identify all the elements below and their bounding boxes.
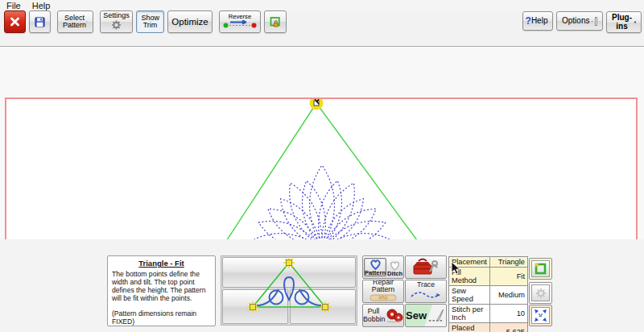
pattern-mode[interactable]: Pattern [364,258,386,277]
save-button[interactable] [29,10,51,33]
trace-button[interactable]: Trace [405,280,447,303]
info-title: Triangle - Fit [112,259,211,268]
toolbar-right: ? Help Options Plug-ins [522,11,642,33]
trace-arrow-icon [410,289,442,300]
fill-method-value[interactable]: Fit [490,268,528,286]
options-empty-box-icon [595,17,597,26]
plugins-label: Plug-ins [612,14,632,31]
lock-icon [270,15,281,30]
plugins-button[interactable]: Plug-ins [606,11,642,33]
trace-label: Trace [410,281,442,288]
toolbar: Select Pattern Settings Show Trim [4,10,287,33]
bottom-panel: Triangle - Fit The bottom points define … [0,239,644,332]
placement-label: Placement [449,257,490,268]
select-pattern-label: Select Pattern [63,15,86,30]
sew-speed-value[interactable]: Medium [490,286,528,305]
toolbox-icon [412,258,440,277]
repair-pattern-label: Repair Pattern [365,280,401,293]
table-row: Sew Speed Medium [449,286,528,305]
preview-handles [247,257,331,313]
table-row: Stitch per Inch 10 [449,305,528,323]
pattern-settings-table: Placement Triangle Fill Method Fit Sew S… [448,256,528,332]
placement-value[interactable]: Triangle [490,257,528,268]
help-label: Help [531,17,548,26]
ditch-label: Ditch [387,271,402,277]
optimize-button[interactable]: Optimize [167,10,213,33]
ditch-mode[interactable]: Ditch [387,260,402,277]
toolbox-button[interactable] [405,255,447,279]
resize-pattern-button[interactable] [529,305,552,326]
sew-label: Sew [406,310,427,322]
sew-speed-label: Sew Speed [449,286,490,305]
reverse-button[interactable]: Reverse [219,10,261,33]
reverse-direction-icon [222,20,258,28]
repair-pattern-button[interactable]: Repair Pattern [362,280,404,303]
close-button[interactable] [4,10,26,33]
reverse-label: Reverse [222,14,258,20]
save-floppy-icon [35,15,45,29]
preview-diagram [221,256,357,325]
stitch-per-inch-label: Stitch per Inch [449,305,490,323]
bobbin-icon [386,308,403,324]
table-row: Fill Method Fit [449,268,528,286]
quilting-app-window: File Help Select Pattern [0,0,644,332]
close-icon [10,15,20,28]
placement-info-box: Triangle - Fit The bottom points define … [107,255,216,326]
settings-gear-icon [111,20,122,30]
placement-preview[interactable] [221,255,357,326]
show-trim-label: Show Trim [142,15,159,30]
select-pattern-icon [86,15,88,28]
bandage-icon [369,293,397,302]
table-row: Placement Triangle [449,257,528,268]
options-checked-box-icon [592,17,592,26]
plug-icon [634,15,636,29]
info-note: (Pattern dimensions remain FIXED) [112,309,211,326]
pattern-heart-icon [369,259,382,270]
select-pattern-button[interactable]: Select Pattern [57,10,93,33]
placed-height-label: Placed Height [449,323,490,332]
pull-bobbin-button[interactable]: Pull Bobbin [362,304,404,327]
options-button[interactable]: Options [556,11,603,31]
options-label: Options [562,17,589,26]
canvas-zone [0,46,644,240]
settings-label: Settings [103,12,130,19]
settings-button[interactable]: Settings [100,10,133,33]
lock-region-button[interactable] [264,10,287,33]
fill-method-label: Fill Method [449,268,490,286]
info-body: The bottom points define the width and t… [112,270,211,303]
table-row: Placed Height 5.625 [449,323,528,332]
menu-help[interactable]: Help [32,1,51,10]
action-button-grid: Pattern Ditch [362,255,447,327]
pull-bobbin-label: Pull Bobbin [363,308,384,322]
menu-file[interactable]: File [6,1,21,10]
sew-needle-icon [428,307,446,325]
optimize-label: Optimize [171,17,208,27]
help-question-icon: ? [526,16,531,27]
stitch-per-inch-value[interactable]: 10 [490,305,528,323]
menu-bar: File Help [0,0,644,10]
sew-settings-gear-icon [535,288,547,299]
sew-settings-button[interactable] [529,282,552,304]
boundary-shape-icon [535,263,547,275]
help-button[interactable]: ? Help [522,11,553,31]
ditch-heart-icon [389,260,401,271]
show-trim-button[interactable]: Show Trim [136,10,164,33]
expand-arrows-icon [534,309,547,322]
pattern-ditch-button[interactable]: Pattern Ditch [362,255,404,279]
pattern-label: Pattern [365,270,386,276]
sew-button[interactable]: Sew [405,304,447,327]
placed-height-value[interactable]: 5.625 [490,323,528,332]
boundary-shape-button[interactable] [529,258,552,280]
